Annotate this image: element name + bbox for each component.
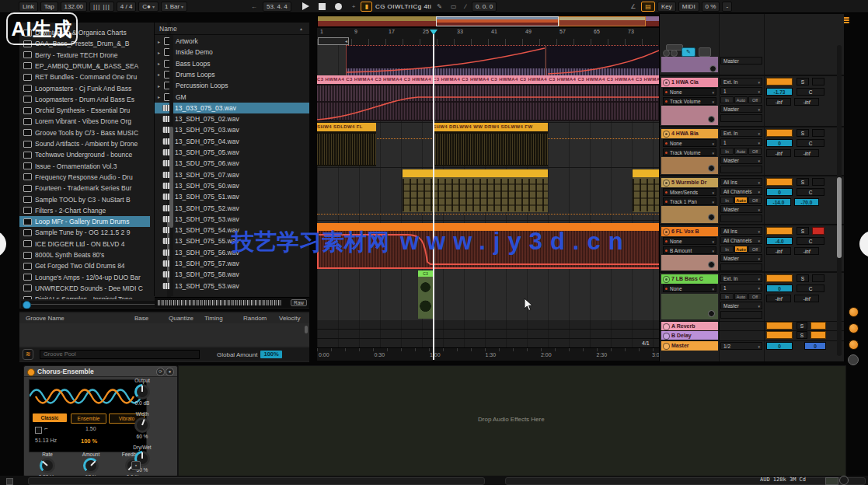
record-arm-icon[interactable] — [663, 229, 670, 236]
pack-item[interactable]: RET Bundles - Command One Dru — [19, 72, 150, 82]
monitor-auto[interactable]: Auto — [734, 148, 748, 155]
record-button[interactable] — [335, 3, 342, 10]
master-pan[interactable]: 0 — [804, 342, 826, 350]
pencil-icon[interactable]: ∠ — [627, 2, 639, 11]
automation-arm-button[interactable]: ▮ — [361, 2, 371, 12]
pack-item[interactable]: Sample TOOL by C3 - NuStart B — [19, 194, 150, 205]
pack-item[interactable]: Orchid Synthesis - Essential Dru — [19, 105, 150, 116]
hpf-checkbox[interactable] — [35, 427, 42, 434]
arm-button[interactable] — [812, 227, 824, 235]
send-b-field[interactable]: -inf — [794, 98, 819, 106]
midi-clip[interactable] — [633, 169, 659, 212]
input-channel-routing[interactable]: 1▾ — [720, 284, 762, 291]
audio-file-item[interactable]: 13_SDH_075_53.wav — [155, 281, 310, 291]
green-clip[interactable]: C3 — [418, 270, 433, 319]
audio-file-item[interactable]: 13_SDH_075_53.wav — [155, 214, 310, 225]
output-routing[interactable]: Master▾ — [720, 105, 762, 113]
pack-item[interactable]: Fourteen - Trademark Series Bur — [19, 183, 150, 194]
pack-item[interactable]: UNWRECKED Sounds - Dee MIDI C — [19, 283, 150, 294]
device-hot-swap-icon[interactable]: ⟳ — [156, 368, 165, 376]
track-fold-button[interactable] — [709, 65, 716, 72]
midi-clip[interactable] — [403, 169, 548, 212]
automation-lane-selector[interactable]: Track Volume▾ — [663, 148, 716, 156]
send-a-field[interactable]: -inf — [766, 98, 791, 106]
monitor-off[interactable]: Off — [748, 246, 762, 253]
expand-triangle-icon[interactable]: ▸ — [158, 50, 162, 55]
audio-file-item[interactable]: 13_SDH_075_02.wav — [155, 113, 310, 124]
pan-field[interactable]: C — [797, 284, 824, 292]
pack-item[interactable]: ICE DIGGER Ltd - ON BLVD 4 — [19, 239, 150, 249]
record-arm-icon[interactable] — [663, 131, 670, 138]
pack-item[interactable]: EP_AMBIQ_DRUM_&_BASS_SEA — [19, 61, 150, 72]
lane-orange-clips[interactable]: SHW4 SDLDW4 FLSHW4 DRLWW4 WW DRW4 SDLWW4… — [317, 122, 659, 168]
knob-dial[interactable] — [134, 417, 150, 433]
master-grid-menu[interactable]: 1/2▾ — [720, 342, 762, 350]
record-arm-icon[interactable] — [663, 79, 670, 86]
pink-clip-body[interactable] — [317, 84, 659, 121]
audio-file-item[interactable]: 13_SDH_075_50.wav — [155, 180, 310, 191]
automation-lane-selector[interactable]: Track Volume▾ — [663, 97, 716, 105]
mode-button-classic[interactable]: Classic — [33, 413, 67, 422]
global-amount-value[interactable]: 100% — [260, 351, 281, 358]
overview-segment[interactable] — [436, 16, 559, 26]
expand-triangle-icon[interactable]: ▸ — [158, 83, 162, 89]
volume-field[interactable]: -1.73 — [766, 88, 793, 96]
computer-midi-keyboard-button[interactable]: ▤ — [641, 2, 655, 12]
output-routing[interactable]: Master▾ — [720, 205, 762, 213]
expand-triangle-icon[interactable]: ▸ — [158, 39, 162, 44]
monitor-auto[interactable]: Auto — [734, 293, 748, 300]
solo-button[interactable]: S — [797, 78, 809, 85]
quantize-menu[interactable]: 1 Bar▾ — [161, 2, 187, 12]
overview-segment[interactable] — [559, 16, 646, 26]
pack-item[interactable]: DigitALs Samples - Inspired Tone — [19, 294, 150, 299]
pan-field[interactable]: C — [797, 88, 824, 96]
audio-file-item[interactable]: 13_SDH_075_57.wav — [155, 258, 310, 269]
extra-routing-box[interactable] — [720, 311, 762, 319]
loop-region-marker[interactable]: ◂ — [318, 37, 349, 45]
track-activator[interactable] — [766, 227, 793, 235]
io-toggle-icon[interactable] — [663, 50, 670, 57]
chorus-aux-rate[interactable]: 51.13 Hz — [35, 438, 57, 443]
monitor-in[interactable]: In — [720, 148, 734, 155]
stop-button[interactable] — [319, 3, 326, 10]
automation-lane-selector[interactable]: None▾ — [663, 237, 716, 245]
pack-item[interactable]: Frequency Response Audio - Dru — [19, 172, 150, 183]
pack-item[interactable]: Loopmasters - Cj Funk And Bass — [19, 83, 150, 94]
pan-field[interactable]: C — [797, 237, 824, 245]
extra-routing-box[interactable] — [720, 114, 762, 122]
packs-hscroll-knob[interactable] — [23, 301, 31, 309]
knob-dial[interactable] — [40, 458, 55, 473]
groove-column-header[interactable]: Groove Name — [26, 313, 64, 323]
extra-routing-box[interactable] — [720, 215, 762, 222]
feedback-invert-button[interactable]: • — [131, 461, 141, 470]
volume-field[interactable]: 0 — [766, 139, 793, 147]
solo-button[interactable]: S — [797, 274, 809, 282]
knob-dial[interactable] — [83, 458, 99, 473]
pack-item[interactable]: Loopmasters - Drum And Bass Es — [19, 94, 150, 105]
volume-field[interactable]: 0 — [766, 284, 793, 292]
pack-item[interactable]: Lorem Vibrant - Vibes Drone Org — [19, 116, 150, 127]
nudge-bars-icon[interactable]: ||| ||| — [89, 2, 114, 12]
knob-width[interactable]: Width60 % — [125, 411, 159, 439]
track-color-body[interactable] — [661, 206, 718, 223]
pack-item[interactable]: 8000L Synth Beats 80's — [19, 249, 150, 260]
monitor-buttons[interactable]: InAutoOff — [720, 96, 762, 103]
key-map-button[interactable]: Key — [657, 2, 676, 12]
arm-button[interactable] — [812, 178, 824, 186]
monitor-buttons[interactable]: InAutoOff — [720, 148, 762, 155]
monitor-off[interactable]: Off — [748, 148, 762, 155]
track-activator[interactable] — [766, 274, 793, 282]
lane-midi[interactable] — [317, 167, 659, 221]
track-color-body[interactable] — [661, 255, 718, 270]
automation-lane-selector[interactable]: Track 1 Pan▾ — [663, 197, 716, 205]
carousel-next-button[interactable]: › — [859, 231, 868, 257]
audio-clip[interactable] — [346, 45, 545, 75]
input-channel-routing[interactable]: All Channels▾ — [720, 236, 762, 244]
audio-file-item[interactable]: 13_SDH_075_04.wav — [155, 136, 310, 147]
input-type-routing[interactable]: Ext. In▾ — [720, 274, 762, 282]
automation-lane-selector[interactable]: None▾ — [663, 88, 716, 96]
pan-field[interactable]: C — [797, 139, 824, 147]
folder-item[interactable]: ▸Bass Loops — [155, 58, 310, 69]
sample-preview-strip[interactable]: Raw — [155, 297, 309, 308]
send-a-field[interactable]: -14.0 — [766, 198, 791, 206]
